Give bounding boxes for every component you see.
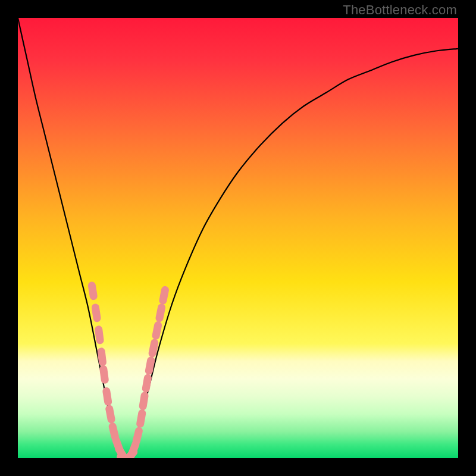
marker-bead: [131, 444, 135, 455]
marker-bead: [140, 414, 142, 424]
marker-bead: [107, 392, 108, 402]
marker-bead: [136, 431, 139, 441]
marker-bead: [101, 352, 102, 362]
gradient-background: [18, 18, 458, 458]
marker-bead: [112, 427, 115, 437]
plot-area: [18, 18, 458, 458]
marker-bead: [156, 325, 158, 336]
marker-bead: [149, 361, 151, 371]
marker-bead: [99, 330, 100, 340]
marker-bead: [159, 308, 162, 318]
marker-bead: [143, 396, 145, 406]
marker-bead: [109, 409, 111, 419]
marker-bead: [92, 286, 93, 296]
watermark-text: TheBottleneck.com: [343, 2, 457, 18]
marker-bead: [104, 369, 105, 380]
marker-bead: [95, 308, 97, 318]
marker-bead: [163, 290, 165, 300]
marker-bead: [146, 378, 148, 389]
chart-svg: [18, 18, 458, 458]
chart-frame: TheBottleneck.com: [0, 0, 476, 476]
marker-bead: [152, 343, 155, 353]
